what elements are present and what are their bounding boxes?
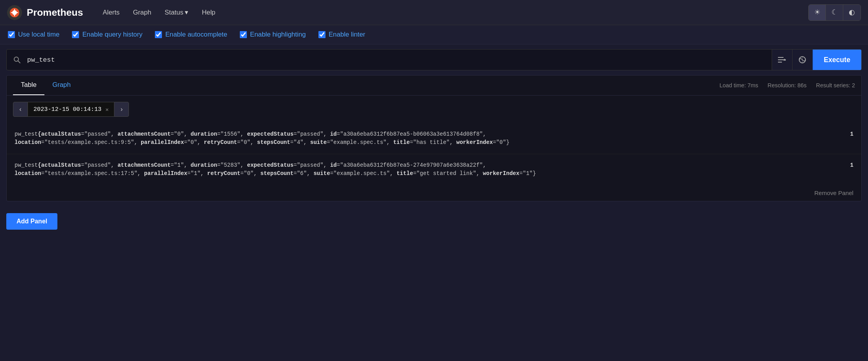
remove-panel-btn[interactable]: Remove Panel bbox=[7, 185, 861, 201]
enable-autocomplete-input[interactable] bbox=[155, 31, 162, 38]
date-value: 2023-12-15 00:14:13 bbox=[33, 106, 101, 113]
enable-autocomplete-checkbox[interactable]: Enable autocomplete bbox=[155, 31, 227, 39]
date-prev-btn[interactable]: ‹ bbox=[13, 102, 28, 117]
svg-rect-8 bbox=[778, 57, 783, 58]
search-bar: Execute bbox=[6, 49, 862, 70]
search-actions: Execute bbox=[772, 50, 861, 70]
theme-switcher: ☀ ☾ ◐ bbox=[808, 4, 861, 21]
tab-table[interactable]: Table bbox=[13, 76, 44, 95]
enable-query-history-label: Enable query history bbox=[82, 31, 142, 39]
svg-rect-3 bbox=[14, 14, 15, 16]
nav-status[interactable]: Status ▾ bbox=[159, 5, 194, 20]
search-input[interactable] bbox=[27, 51, 772, 69]
add-panel-area: Add Panel bbox=[0, 208, 868, 239]
search-icon bbox=[7, 56, 27, 64]
nav-status-label: Status bbox=[165, 9, 184, 17]
add-panel-button[interactable]: Add Panel bbox=[6, 213, 57, 230]
enable-linter-checkbox[interactable]: Enable linter bbox=[318, 31, 365, 39]
svg-rect-10 bbox=[778, 62, 782, 63]
app-title: Prometheus bbox=[27, 7, 83, 18]
table-row: pw_test{actualStatus="passed", attachmen… bbox=[7, 154, 861, 185]
results-table: pw_test{actualStatus="passed", attachmen… bbox=[7, 123, 861, 185]
theme-dark-btn[interactable]: ☾ bbox=[826, 5, 843, 20]
navbar: Prometheus Alerts Graph Status ▾ Help ☀ … bbox=[0, 0, 868, 25]
svg-line-7 bbox=[18, 61, 20, 63]
nav-alerts[interactable]: Alerts bbox=[97, 6, 125, 20]
execute-button[interactable]: Execute bbox=[813, 50, 861, 70]
svg-rect-5 bbox=[16, 12, 18, 13]
results-panel: Table Graph Load time: 7ms Resolution: 8… bbox=[6, 75, 862, 201]
results-meta: Load time: 7ms Resolution: 86s Result se… bbox=[719, 82, 855, 88]
results-header: Table Graph Load time: 7ms Resolution: 8… bbox=[7, 76, 861, 96]
load-time: Load time: 7ms bbox=[719, 82, 758, 88]
use-local-time-input[interactable] bbox=[8, 31, 15, 38]
nav-graph[interactable]: Graph bbox=[127, 6, 157, 20]
theme-light-btn[interactable]: ☀ bbox=[809, 5, 826, 20]
chevron-down-icon: ▾ bbox=[185, 8, 188, 17]
toolbar: Use local time Enable query history Enab… bbox=[0, 25, 868, 44]
tab-graph[interactable]: Graph bbox=[44, 76, 79, 95]
date-clear-btn[interactable]: ✕ bbox=[105, 106, 108, 113]
enable-linter-label: Enable linter bbox=[329, 31, 365, 39]
result-series: Result series: 2 bbox=[816, 82, 855, 88]
date-display: 2023-12-15 00:14:13 ✕ bbox=[28, 102, 114, 117]
format-query-btn[interactable] bbox=[772, 50, 792, 70]
enable-highlighting-checkbox[interactable]: Enable highlighting bbox=[240, 31, 306, 39]
brand: Prometheus bbox=[7, 5, 83, 20]
theme-auto-btn[interactable]: ◐ bbox=[843, 5, 861, 20]
date-next-btn[interactable]: › bbox=[114, 102, 129, 117]
enable-highlighting-label: Enable highlighting bbox=[250, 31, 306, 39]
result-metric-0: pw_test{actualStatus="passed", attachmen… bbox=[15, 130, 842, 147]
result-value-0: 1 bbox=[850, 130, 853, 138]
svg-rect-4 bbox=[11, 12, 13, 13]
enable-query-history-input[interactable] bbox=[72, 31, 79, 38]
result-value-1: 1 bbox=[850, 161, 853, 169]
table-row: pw_test{actualStatus="passed", attachmen… bbox=[7, 123, 861, 154]
enable-linter-input[interactable] bbox=[318, 31, 326, 38]
nav-links: Alerts Graph Status ▾ Help bbox=[97, 5, 808, 20]
use-local-time-label: Use local time bbox=[18, 31, 59, 39]
nav-help[interactable]: Help bbox=[196, 6, 221, 20]
result-tabs: Table Graph bbox=[13, 76, 79, 95]
result-metric-1: pw_test{actualStatus="passed", attachmen… bbox=[15, 161, 842, 178]
enable-autocomplete-label: Enable autocomplete bbox=[165, 31, 227, 39]
metrics-explorer-btn[interactable] bbox=[792, 50, 813, 70]
svg-rect-2 bbox=[14, 9, 15, 11]
resolution: Resolution: 86s bbox=[768, 82, 807, 88]
logo-icon bbox=[7, 5, 22, 20]
date-nav: ‹ 2023-12-15 00:14:13 ✕ › bbox=[13, 102, 129, 117]
use-local-time-checkbox[interactable]: Use local time bbox=[8, 31, 59, 39]
enable-highlighting-input[interactable] bbox=[240, 31, 247, 38]
enable-query-history-checkbox[interactable]: Enable query history bbox=[72, 31, 142, 39]
